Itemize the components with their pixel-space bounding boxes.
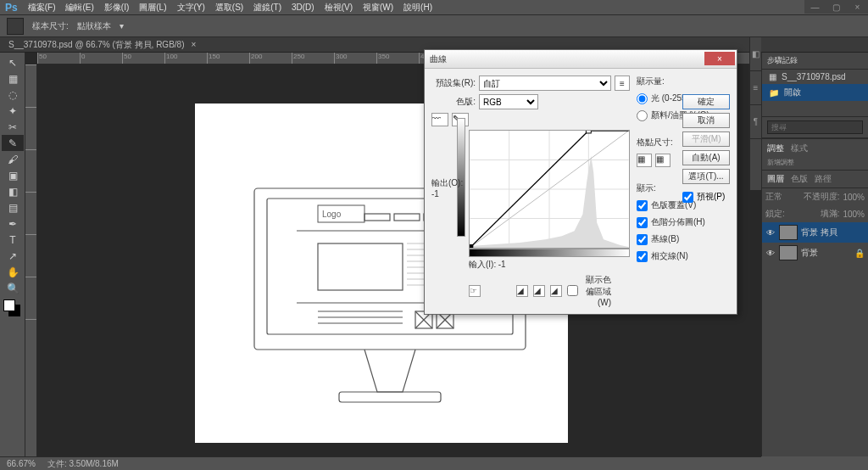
- layer-row[interactable]: 👁 背景 🔒: [762, 243, 868, 263]
- menu-select[interactable]: 選取(S): [215, 2, 243, 14]
- dropdown-icon[interactable]: ▾: [120, 21, 124, 31]
- lock-icon: 🔒: [854, 249, 865, 258]
- show-clipping-checkbox[interactable]: 顯示色偏區域(W): [567, 274, 611, 307]
- collapsed-panel-icon[interactable]: ¶: [750, 105, 761, 139]
- stamp-tool[interactable]: ▣: [2, 167, 24, 183]
- collapsed-panel-icon[interactable]: ◧: [750, 37, 761, 71]
- preset-label: 預設集(R):: [431, 77, 476, 89]
- channel-select[interactable]: RGB: [479, 94, 538, 109]
- menu-3d[interactable]: 3D(D): [292, 3, 314, 12]
- brush-tool[interactable]: 🖌: [2, 151, 24, 167]
- preset-select[interactable]: 自訂: [479, 76, 611, 91]
- color-swatches[interactable]: [2, 299, 23, 322]
- opacity-value[interactable]: 100%: [843, 193, 865, 202]
- crop-tool[interactable]: ✂: [2, 119, 24, 135]
- fill-label: 填滿:: [821, 208, 840, 220]
- tool-preset-icon[interactable]: [7, 18, 24, 35]
- eraser-tool[interactable]: ◧: [2, 183, 24, 199]
- close-button[interactable]: ×: [847, 0, 868, 14]
- blend-mode-select[interactable]: 正常: [765, 191, 782, 203]
- menu-layer[interactable]: 圖層(L): [139, 2, 166, 14]
- layer-row[interactable]: 👁 背景 拷貝: [762, 222, 868, 243]
- wand-tool[interactable]: ✦: [2, 103, 24, 119]
- doc-size-label: 文件:: [47, 459, 67, 468]
- menu-filter[interactable]: 濾鏡(T): [253, 2, 281, 14]
- black-point-picker[interactable]: ◢: [516, 285, 528, 297]
- marquee-tool[interactable]: ▦: [2, 70, 24, 87]
- tab-adjustments[interactable]: 調整: [767, 143, 784, 154]
- layer-name[interactable]: 背景 拷貝: [801, 227, 837, 238]
- history-step-open[interactable]: 📁 開啟: [762, 84, 868, 101]
- white-point-picker[interactable]: ◢: [550, 285, 562, 297]
- zoom-tool[interactable]: 🔍: [2, 280, 24, 296]
- collapsed-panel-icon[interactable]: ≡: [750, 71, 761, 105]
- display-amount-label: 顯示量:: [637, 76, 730, 87]
- lock-label: 鎖定:: [765, 208, 785, 220]
- auto-button[interactable]: 自動(A): [682, 150, 730, 165]
- on-image-tool-icon[interactable]: ☞: [469, 285, 481, 297]
- dialog-title: 曲線: [430, 53, 447, 65]
- lasso-tool[interactable]: ◌: [2, 87, 24, 103]
- visibility-icon[interactable]: 👁: [765, 228, 776, 238]
- svg-rect-5: [364, 214, 390, 221]
- zoom-level[interactable]: 66.67%: [7, 459, 36, 468]
- check-baseline[interactable]: 基線(B): [637, 233, 730, 245]
- curve-point-tool[interactable]: 〰: [431, 113, 448, 126]
- foreground-swatch[interactable]: [3, 299, 15, 311]
- menu-file[interactable]: 檔案(F): [28, 2, 56, 14]
- menu-window[interactable]: 視窗(W): [363, 2, 393, 14]
- type-tool[interactable]: T: [2, 232, 24, 248]
- dialog-titlebar[interactable]: 曲線 ×: [425, 50, 737, 69]
- check-intersection[interactable]: 相交線(N): [637, 250, 730, 262]
- svg-rect-6: [394, 214, 420, 221]
- menu-type[interactable]: 文字(Y): [177, 2, 205, 14]
- eyedropper-tool[interactable]: ✎: [2, 135, 24, 151]
- output-label: 輸出(O):-1: [431, 177, 463, 199]
- preset-menu-icon[interactable]: ≡: [615, 76, 630, 91]
- sample-size-label: 樣本尺寸:: [32, 20, 69, 32]
- layer-thumbnail[interactable]: [779, 245, 798, 260]
- preview-checkbox[interactable]: 預視(P): [682, 191, 730, 203]
- path-tool[interactable]: ↗: [2, 248, 24, 264]
- move-tool[interactable]: ↖: [2, 54, 24, 70]
- tab-paths[interactable]: 路徑: [815, 173, 832, 185]
- ok-button[interactable]: 確定: [682, 94, 730, 109]
- gray-point-picker[interactable]: ◢: [533, 285, 545, 297]
- tab-channels[interactable]: 色版: [791, 173, 808, 185]
- check-histogram[interactable]: 色階分佈圖(H): [637, 216, 730, 228]
- status-bar: 66.67% 文件: 3.50M/8.16M: [0, 456, 761, 470]
- pen-tool[interactable]: ✒: [2, 215, 24, 232]
- minimize-button[interactable]: —: [804, 0, 826, 14]
- options-button[interactable]: 選項(T)...: [682, 169, 730, 184]
- layer-name[interactable]: 背景: [801, 247, 818, 259]
- menu-help[interactable]: 說明(H): [403, 2, 432, 14]
- fill-value[interactable]: 100%: [843, 210, 865, 219]
- tab-styles[interactable]: 樣式: [791, 143, 808, 154]
- window-controls: — ▢ ×: [804, 0, 868, 14]
- app-logo: Ps: [5, 2, 18, 14]
- opacity-label: 不透明度:: [804, 191, 840, 203]
- dialog-close-button[interactable]: ×: [704, 52, 735, 65]
- curves-dialog: 曲線 × 預設集(R): 自訂 ≡ 色版: RGB 〰 ✎ 輸出(O):-1: [424, 49, 737, 315]
- menu-view[interactable]: 檢視(V): [325, 2, 353, 14]
- history-document[interactable]: ▦ S__3710978.psd: [762, 70, 868, 84]
- search-input[interactable]: [767, 120, 863, 134]
- visibility-icon[interactable]: 👁: [765, 249, 776, 258]
- sample-size-value[interactable]: 點狀樣本: [77, 20, 111, 32]
- tab-layers[interactable]: 圖層: [767, 173, 784, 185]
- close-icon[interactable]: ×: [191, 40, 196, 49]
- vertical-ruler: [25, 64, 37, 456]
- layer-thumbnail[interactable]: [779, 225, 798, 240]
- menu-image[interactable]: 影像(I): [104, 2, 129, 14]
- maximize-button[interactable]: ▢: [826, 0, 847, 14]
- grid-small-button[interactable]: ▦: [637, 154, 652, 167]
- hand-tool[interactable]: ✋: [2, 264, 24, 280]
- curve-graph[interactable]: [469, 130, 630, 249]
- svg-rect-37: [470, 244, 473, 248]
- grid-large-button[interactable]: ▦: [655, 154, 670, 167]
- svg-text:Logo: Logo: [322, 210, 342, 219]
- gradient-tool[interactable]: ▤: [2, 199, 24, 215]
- collapsed-panel-strip[interactable]: ◧ ≡ ¶: [749, 37, 761, 190]
- cancel-button[interactable]: 取消: [682, 113, 730, 128]
- menu-edit[interactable]: 編輯(E): [65, 2, 93, 14]
